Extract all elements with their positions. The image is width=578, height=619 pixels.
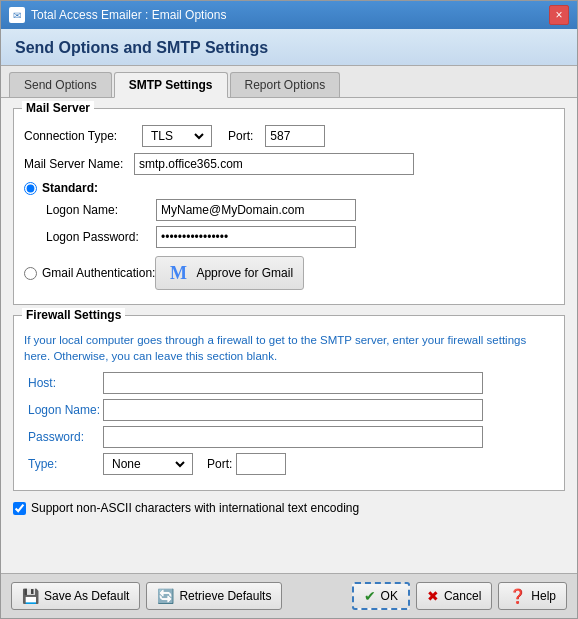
firewall-title: Firewall Settings [22,308,125,322]
firewall-logon-input[interactable] [103,399,483,421]
gmail-logo: M [166,261,190,285]
app-icon: ✉ [9,7,25,23]
standard-label: Standard: [42,181,98,195]
encoding-checkbox[interactable] [13,502,26,515]
logon-password-row: Logon Password: [24,226,554,248]
mail-server-name-row: Mail Server Name: [24,153,554,175]
firewall-host-input[interactable] [103,372,483,394]
firewall-info-text: If your local computer goes through a fi… [24,332,554,364]
standard-radio-row: Standard: [24,181,554,195]
help-icon: ❓ [509,588,526,604]
firewall-form: Host: Logon Name: Password: Type: [24,372,554,475]
save-default-button[interactable]: 💾 Save As Default [11,582,140,610]
tab-smtp-settings[interactable]: SMTP Settings [114,72,228,98]
firewall-password-label: Password: [28,430,103,444]
firewall-port-input[interactable] [236,453,286,475]
help-button[interactable]: ❓ Help [498,582,567,610]
firewall-password-row: Password: [28,426,554,448]
cancel-label: Cancel [444,589,481,603]
logon-password-input[interactable] [156,226,356,248]
save-default-label: Save As Default [44,589,129,603]
tabs-row: Send Options SMTP Settings Report Option… [1,66,577,98]
encoding-label: Support non-ASCII characters with intern… [31,501,359,515]
footer: 💾 Save As Default 🔄 Retrieve Defaults ✔ … [1,573,577,618]
firewall-type-select[interactable]: None SOCKS4 SOCKS5 HTTP [103,453,193,475]
connection-type-select[interactable]: TLS SSL None [142,125,212,147]
title-bar: ✉ Total Access Emailer : Email Options × [1,1,577,29]
encoding-checkbox-row: Support non-ASCII characters with intern… [13,501,565,515]
help-label: Help [531,589,556,603]
firewall-section: Firewall Settings If your local computer… [13,315,565,491]
mail-server-name-input[interactable] [134,153,414,175]
mail-server-section: Mail Server Connection Type: TLS SSL Non… [13,108,565,305]
logon-name-label: Logon Name: [46,203,156,217]
close-button[interactable]: × [549,5,569,25]
title-bar-left: ✉ Total Access Emailer : Email Options [9,7,226,23]
logon-password-label: Logon Password: [46,230,156,244]
cancel-icon: ✖ [427,588,439,604]
page-title: Send Options and SMTP Settings [15,39,563,57]
tab-report-options[interactable]: Report Options [230,72,341,97]
content-area: Mail Server Connection Type: TLS SSL Non… [1,98,577,573]
ok-label: OK [381,589,398,603]
retrieve-defaults-button[interactable]: 🔄 Retrieve Defaults [146,582,282,610]
connection-type-row: Connection Type: TLS SSL None Port: [24,125,554,147]
port-label: Port: [228,129,253,143]
firewall-host-label: Host: [28,376,103,390]
tab-send-options[interactable]: Send Options [9,72,112,97]
window-header: Send Options and SMTP Settings [1,29,577,66]
connection-type-dropdown[interactable]: TLS SSL None [147,128,207,144]
mail-server-name-label: Mail Server Name: [24,157,134,171]
retrieve-defaults-label: Retrieve Defaults [179,589,271,603]
gmail-auth-row: Gmail Authentication: M Approve for Gmai… [24,256,554,290]
logon-name-input[interactable] [156,199,356,221]
firewall-type-row: Type: None SOCKS4 SOCKS5 HTTP Port: [28,453,554,475]
firewall-logon-row: Logon Name: [28,399,554,421]
firewall-host-row: Host: [28,372,554,394]
approve-gmail-label: Approve for Gmail [196,266,293,280]
gmail-m-icon: M [170,263,187,284]
approve-gmail-button[interactable]: M Approve for Gmail [155,256,304,290]
retrieve-icon: 🔄 [157,588,174,604]
standard-radio[interactable] [24,182,37,195]
logon-name-row: Logon Name: [24,199,554,221]
cancel-button[interactable]: ✖ Cancel [416,582,492,610]
firewall-type-label: Type: [28,457,103,471]
title-bar-text: Total Access Emailer : Email Options [31,8,226,22]
ok-icon: ✔ [364,588,376,604]
firewall-type-dropdown[interactable]: None SOCKS4 SOCKS5 HTTP [108,456,188,472]
main-window: ✉ Total Access Emailer : Email Options ×… [0,0,578,619]
connection-type-label: Connection Type: [24,129,134,143]
mail-server-title: Mail Server [22,101,94,115]
ok-button[interactable]: ✔ OK [352,582,410,610]
firewall-port-label: Port: [207,457,232,471]
gmail-auth-label: Gmail Authentication: [42,266,155,280]
firewall-password-input[interactable] [103,426,483,448]
gmail-auth-radio[interactable] [24,267,37,280]
firewall-logon-label: Logon Name: [28,403,103,417]
save-icon: 💾 [22,588,39,604]
smtp-port-input[interactable] [265,125,325,147]
